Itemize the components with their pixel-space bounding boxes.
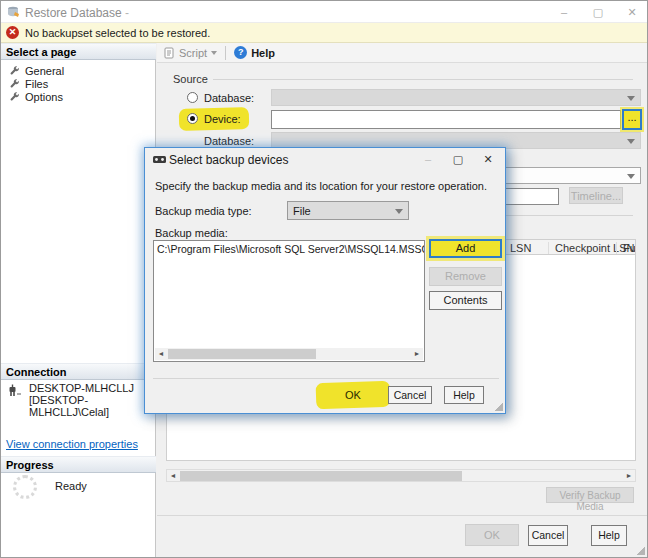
wrench-icon: [9, 91, 20, 102]
help-button[interactable]: Help: [251, 47, 275, 59]
backup-media-item[interactable]: C:\Program Files\Microsoft SQL Server2\M…: [154, 241, 424, 257]
select-backup-devices-dialog: Select backup devices – ▢ ✕ Specify the …: [144, 147, 506, 414]
close-button[interactable]: ✕: [615, 1, 648, 23]
column-header[interactable]: Full LS: [616, 242, 636, 255]
modal-minimize-button: –: [413, 148, 443, 170]
footer-separator: [157, 515, 648, 516]
error-icon: ✕: [6, 26, 19, 39]
modal-resize-grip[interactable]: [495, 403, 503, 411]
browse-device-button[interactable]: ...: [622, 109, 642, 130]
listbox-horizontal-scrollbar[interactable]: ◄ ►: [155, 348, 423, 360]
backup-media-listbox[interactable]: C:\Program Files\Microsoft SQL Server2\M…: [153, 240, 425, 362]
backup-media-label: Backup media:: [155, 227, 228, 239]
server-name: DESKTOP-MLHCLLJ: [29, 382, 155, 394]
wrench-icon: [9, 65, 20, 76]
maximize-button[interactable]: ▢: [581, 1, 615, 23]
title-bar: Restore Database - – ▢ ✕: [1, 1, 648, 23]
chevron-down-icon: [395, 209, 403, 218]
restore-database-window: Restore Database - – ▢ ✕ ✕ No backupset …: [0, 0, 648, 558]
device-radio[interactable]: [187, 113, 198, 124]
backup-device-icon: [153, 155, 166, 164]
sidebar: Select a page General Files Options Conn…: [1, 43, 156, 558]
source-group-line: [213, 79, 633, 80]
main-horizontal-scrollbar[interactable]: ◄ ►: [166, 469, 636, 482]
sidebar-item-options[interactable]: Options: [9, 90, 63, 103]
connection-header: Connection: [1, 363, 156, 380]
toolbar-separator: [225, 46, 226, 60]
script-icon: [163, 47, 175, 59]
sidebar-item-label: Options: [25, 91, 63, 103]
sidebar-item-files[interactable]: Files: [9, 77, 48, 90]
device-path-input[interactable]: [271, 110, 621, 129]
remove-button: Remove: [429, 267, 502, 286]
scrollbar-thumb[interactable]: [180, 471, 462, 481]
progress-spinner-icon: [13, 475, 37, 499]
progress-status: Ready: [55, 480, 87, 492]
select-a-page-header: Select a page: [1, 43, 156, 60]
restore-database-icon: [7, 5, 21, 19]
selected-media-type: File: [293, 205, 311, 217]
scroll-left-icon[interactable]: ◄: [155, 349, 167, 359]
modal-help-button[interactable]: Help: [444, 386, 484, 404]
database-radio[interactable]: [187, 92, 198, 103]
dialog-toolbar: Script ? Help: [157, 43, 648, 63]
source-database-select: [271, 89, 641, 106]
verify-backup-media-button: Verify Backup Media: [546, 487, 634, 503]
server-connect-icon: [8, 384, 22, 398]
modal-footer-separator: [153, 378, 499, 379]
sidebar-item-general[interactable]: General: [9, 64, 64, 77]
contents-button[interactable]: Contents: [429, 291, 502, 310]
chevron-down-icon[interactable]: [211, 51, 217, 58]
scroll-right-icon[interactable]: ►: [623, 471, 635, 481]
warning-bar: ✕ No backupset selected to be restored.: [1, 23, 648, 43]
ok-button: OK: [465, 524, 519, 546]
view-connection-properties-link[interactable]: View connection properties: [6, 438, 138, 450]
modal-ok-button[interactable]: OK: [324, 386, 382, 405]
modal-title: Select backup devices: [169, 153, 288, 167]
chevron-down-icon: [627, 174, 635, 183]
help-icon: ?: [234, 46, 247, 59]
chevron-down-icon: [627, 96, 635, 105]
source-database-label: Database:: [204, 135, 254, 147]
chevron-down-icon: [627, 139, 635, 148]
modal-close-button[interactable]: ✕: [473, 148, 503, 170]
server-user: [DESKTOP-MLHCLLJ\Celal]: [29, 394, 155, 418]
timeline-button: Timeline...: [569, 187, 623, 204]
help-button[interactable]: Help: [591, 525, 627, 546]
cancel-button[interactable]: Cancel: [528, 525, 568, 546]
device-radio-label: Device:: [204, 113, 241, 125]
source-group-label: Source: [173, 73, 208, 85]
scroll-right-icon[interactable]: ►: [411, 349, 423, 359]
script-button[interactable]: Script: [179, 47, 207, 59]
add-button[interactable]: Add: [429, 239, 502, 258]
connection-server: DESKTOP-MLHCLLJ [DESKTOP-MLHCLLJ\Celal]: [29, 382, 155, 418]
wrench-icon: [9, 78, 20, 89]
modal-cancel-button[interactable]: Cancel: [388, 386, 432, 404]
scrollbar-thumb[interactable]: [168, 349, 316, 359]
sidebar-item-label: Files: [25, 78, 48, 90]
backup-media-type-select[interactable]: File: [287, 201, 409, 220]
sidebar-item-label: General: [25, 65, 64, 77]
window-title: Restore Database -: [25, 6, 129, 20]
progress-header: Progress: [1, 456, 156, 473]
column-header[interactable]: LSN: [510, 242, 531, 254]
minimize-button[interactable]: –: [547, 1, 581, 23]
scroll-left-icon[interactable]: ◄: [167, 471, 179, 481]
resize-grip[interactable]: [637, 547, 645, 555]
backup-media-type-label: Backup media type:: [155, 205, 252, 217]
warning-text: No backupset selected to be restored.: [25, 27, 210, 39]
modal-description: Specify the backup media and its locatio…: [155, 180, 487, 192]
database-radio-label: Database:: [204, 92, 254, 104]
modal-maximize-button[interactable]: ▢: [443, 148, 473, 170]
